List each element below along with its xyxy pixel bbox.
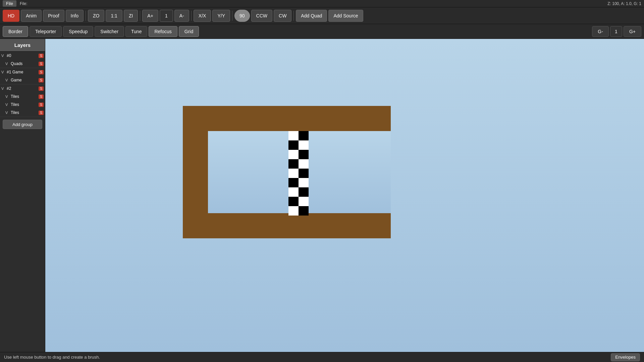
zi-button[interactable]: ZI [124,10,138,22]
grid-button[interactable]: Grid [179,26,199,37]
layer-visibility-v: V [5,62,9,66]
layer-visibility-v: V [1,86,5,90]
ccw-button[interactable]: CCW [251,10,272,22]
layer-visibility-v: V [1,70,5,74]
list-item[interactable]: V Tiles S [0,109,45,117]
add-source-button[interactable]: Add Source [328,10,363,22]
layer-badge: S [39,95,44,99]
add-group-button[interactable]: Add group [3,120,42,129]
list-item[interactable]: V Game S [0,76,45,84]
checker-cell [288,140,299,150]
checker-cell [288,159,299,169]
sidebar: Layers V #0 S V Quads S V #1 Game S V [0,39,45,352]
teleporter-button[interactable]: Teleporter [30,26,62,37]
zo-button[interactable]: ZO [88,10,104,22]
checker-cell [288,178,299,187]
brown-bottom-bar [183,213,391,238]
layer-badge: S [39,111,44,115]
layer-badge: S [39,78,44,82]
layer-visibility-v: V [5,103,9,107]
list-item[interactable]: V Tiles S [0,101,45,109]
yy-button[interactable]: Y/Y [212,10,230,22]
grid-controls: G- 1 G+ [592,26,641,37]
checker-cell [299,187,309,197]
refocus-button[interactable]: Refocus [149,26,177,37]
checker-cell [288,131,299,140]
layer-name-label: Game [11,78,37,82]
add-quad-button[interactable]: Add Quad [296,10,327,22]
layers-tab[interactable]: Layers [0,39,45,52]
anim-button[interactable]: Anim [21,10,42,22]
brown-left-bar [183,131,208,213]
layer-name-label: #1 Game [7,70,37,74]
layer-badge: S [39,86,44,91]
layer-name-label: Tiles [11,110,37,115]
status-bar: Use left mouse button to drag and create… [0,352,644,362]
layer-name-label: #2 [7,86,37,91]
layer-badge: S [39,54,44,58]
layer-name-label: #0 [7,53,37,58]
checker-cell [299,197,309,206]
layer-visibility-v: V [5,95,9,99]
layer-group-0: V #0 S V Quads S [0,52,45,68]
a-plus-button[interactable]: A+ [142,10,158,22]
layer-badge: S [39,70,44,74]
list-item[interactable]: V #0 S [0,52,45,60]
info-button[interactable]: Info [66,10,84,22]
envelopes-button[interactable]: Envelopes [611,353,640,361]
speedup-button[interactable]: Speedup [63,26,93,37]
switcher-button[interactable]: Switcher [95,26,124,37]
checker-cell [288,197,299,206]
tune-button[interactable]: Tune [125,26,147,37]
checker-cell [288,187,299,197]
brown-top-bar [183,106,391,131]
list-item[interactable]: V Quads S [0,60,45,68]
list-item[interactable]: V #1 Game S [0,68,45,76]
checker-cell [288,206,299,216]
border-button[interactable]: Border [3,26,28,37]
checker-cell [299,169,309,178]
inner-area [208,131,391,213]
layer-group-1: V #1 Game S V Game S [0,68,45,84]
layer-group-2: V #2 S V Tiles S V Tiles S V Tiles S [0,84,45,117]
layer-visibility-v: V [5,111,9,115]
checker-cell [299,150,309,159]
main-area: Layers V #0 S V Quads S V #1 Game S V [0,39,644,352]
checker-cell [288,169,299,178]
proof-button[interactable]: Proof [43,10,64,22]
toolbar-row1: HD Anim Proof Info ZO 1:1 ZI A+ 1 A- X/X… [0,7,644,24]
toolbar-row2: Border Teleporter Speedup Switcher Tune … [0,24,644,39]
separator1 [86,11,86,21]
separator4 [232,11,232,21]
grid-number: 1 [610,26,622,37]
layer-visibility-v: V [1,54,5,58]
layer-badge: S [39,62,44,66]
layer-name-label: Quads [11,61,37,66]
hd-button[interactable]: HD [3,10,19,22]
checker-cell [299,206,309,216]
a-minus-button[interactable]: A- [174,10,189,22]
xx-button[interactable]: X/X [194,10,211,22]
layer-name-label: Tiles [11,94,37,99]
file-colon-label: File: [20,1,28,6]
checker-cell [299,178,309,187]
checker-cell [299,159,309,169]
angle-button[interactable]: 90 [234,10,250,22]
file-menu[interactable]: File [3,0,16,7]
canvas-area[interactable] [45,39,644,352]
g-minus-button[interactable]: G- [592,26,609,37]
separator2 [140,11,140,21]
checker-cell [288,150,299,159]
separator3 [191,11,192,21]
map-container [183,106,391,238]
list-item[interactable]: V Tiles S [0,93,45,101]
zoom-1-1-button[interactable]: 1:1 [106,10,122,22]
a-number: 1 [160,10,173,22]
g-plus-button[interactable]: G+ [624,26,641,37]
status-right: Z: 100, A: 1.0, G: 1 [607,1,641,6]
separator5 [293,11,294,21]
checker-cell [299,140,309,150]
top-menu-bar: File File: Z: 100, A: 1.0, G: 1 [0,0,644,7]
list-item[interactable]: V #2 S [0,84,45,93]
cw-button[interactable]: CW [274,10,291,22]
